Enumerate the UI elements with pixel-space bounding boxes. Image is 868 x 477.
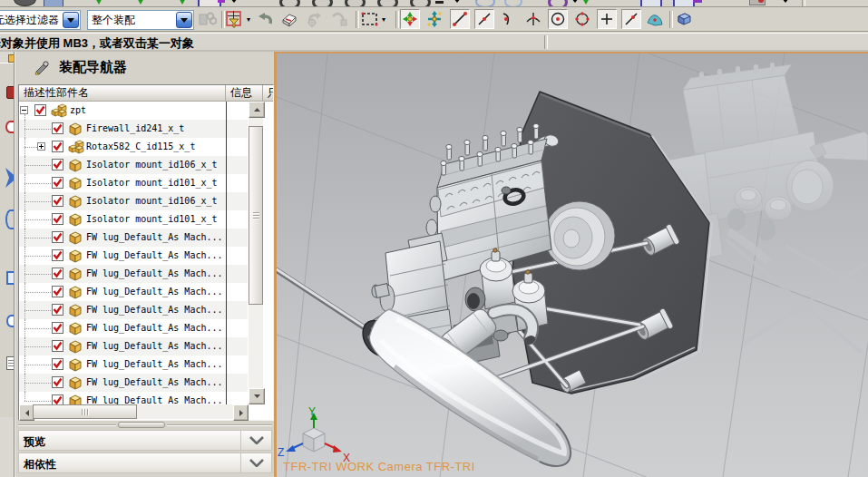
snap-handles-icon[interactable] [424, 9, 444, 29]
vscroll-thumb[interactable] [249, 126, 263, 305]
tree-row[interactable]: FW lug_Default_As Mach... [19, 265, 248, 283]
component-checkbox[interactable] [52, 231, 63, 243]
blue-arc-icon[interactable] [5, 209, 15, 229]
enable-snap-point-icon[interactable] [400, 9, 420, 29]
move-component-icon[interactable] [305, 9, 325, 29]
component-checkbox[interactable] [52, 177, 63, 189]
splitter-handle[interactable] [118, 422, 165, 428]
tree-row[interactable]: Isolator mount_id101_x_t [19, 210, 248, 229]
panel-splitter[interactable] [18, 420, 272, 430]
end-point-snap-icon[interactable] [450, 9, 470, 29]
horizontal-scrollbar[interactable] [19, 404, 249, 419]
component-name[interactable]: FW lug_Default_As Mach... [86, 341, 223, 351]
erase-icon[interactable] [279, 9, 299, 29]
component-name[interactable]: FW lug_Default_As Mach... [86, 268, 223, 278]
component-checkbox[interactable] [52, 394, 63, 404]
snap-point-filter-icon[interactable] [225, 9, 245, 29]
component-checkbox[interactable] [52, 322, 63, 334]
solid-body-icon[interactable] [674, 9, 694, 29]
tree-row[interactable]: FW lug_Default_As Mach... [19, 247, 248, 265]
point-on-curve-constraint-icon[interactable] [621, 9, 641, 29]
component-name[interactable]: zpt [70, 105, 86, 115]
component-name[interactable]: FW lug_Default_As Mach... [86, 250, 223, 260]
component-name[interactable]: Rotax582_C_id115_x_t [86, 141, 195, 151]
tree-row[interactable]: FW lug_Default_As Mach... [19, 392, 248, 404]
tree-row[interactable]: FW lug_Default_As Mach... [19, 301, 248, 319]
tree-row[interactable]: Isolator mount_id101_x_t [19, 174, 248, 192]
tree-row[interactable]: Rotax582_C_id115_x_t [19, 138, 248, 156]
collapse-icon[interactable] [20, 106, 28, 114]
tree-row[interactable]: FW lug_Default_As Mach... [19, 229, 248, 247]
component-checkbox[interactable] [52, 141, 63, 152]
component-checkbox[interactable] [52, 195, 63, 207]
graphics-window[interactable]: Y Z X TFR-TRI WORK Camera TFR-TRI [274, 52, 868, 477]
component-name[interactable]: FW lug_Default_As Mach... [86, 395, 223, 404]
combo-dropdown-icon[interactable] [176, 12, 192, 28]
tree-row[interactable]: FW lug_Default_As Mach... [19, 374, 248, 392]
existing-point-snap-icon[interactable] [597, 9, 617, 29]
resource-bar[interactable] [0, 52, 15, 477]
dependencies-section-header[interactable]: 相依性 [18, 453, 272, 473]
tree-row[interactable]: FW lug_Default_As Mach... [19, 283, 248, 301]
combo-dropdown-icon[interactable] [63, 12, 79, 28]
expand-icon[interactable] [37, 142, 45, 151]
component-name[interactable]: FW lug_Default_As Mach... [86, 323, 223, 333]
undo-icon[interactable] [255, 9, 275, 29]
component-checkbox[interactable] [52, 249, 63, 261]
component-checkbox[interactable] [52, 213, 63, 225]
tree-row[interactable]: FW lug_Default_As Mach... [19, 319, 248, 337]
dependencies-collapse-button[interactable] [240, 453, 271, 472]
component-checkbox[interactable] [52, 376, 63, 388]
vertical-scrollbar[interactable] [249, 102, 263, 404]
component-name[interactable]: FW lug_Default_As Mach... [86, 359, 223, 369]
tree-row[interactable]: Isolator mount_id106_x_t [19, 192, 248, 210]
preview-section-header[interactable]: 预览 [18, 430, 272, 451]
preview-collapse-button[interactable] [240, 431, 271, 450]
tree-row[interactable]: zpt [19, 102, 248, 120]
mid-point-snap-icon[interactable] [474, 9, 494, 29]
history-icon[interactable] [6, 86, 15, 99]
component-name[interactable]: Isolator mount_id101_x_t [86, 178, 218, 188]
component-name[interactable]: Firewall_id241_x_t [86, 123, 184, 133]
hscroll-thumb[interactable] [33, 404, 137, 419]
component-name[interactable]: Isolator mount_id101_x_t [86, 214, 218, 224]
component-name[interactable]: FW lug_Default_As Mach... [86, 287, 223, 297]
point-on-curve-snap-icon[interactable] [499, 9, 519, 29]
component-checkbox[interactable] [52, 358, 63, 370]
tree-row[interactable]: Isolator mount_id106_x_t [19, 156, 248, 174]
component-checkbox[interactable] [34, 104, 46, 116]
component-checkbox[interactable] [52, 268, 63, 279]
component-name[interactable]: FW lug_Default_As Mach... [86, 305, 223, 315]
arc-center-snap-icon[interactable] [548, 9, 568, 29]
yellow-tab-icon[interactable] [8, 54, 15, 63]
blue-square-icon[interactable] [6, 271, 15, 285]
quadrant-point-snap-icon[interactable] [572, 9, 592, 29]
component-name[interactable]: FW lug_Default_As Mach... [86, 377, 223, 387]
dropdown-caret-icon[interactable]: ▾ [247, 16, 254, 24]
component-name[interactable]: Isolator mount_id106_x_t [86, 196, 218, 206]
selection-filter-combo[interactable]: 无选择过滤器 [0, 10, 81, 30]
component-name[interactable]: FW lug_Default_As Mach... [86, 232, 223, 242]
component-name[interactable]: Isolator mount_id106_x_t [86, 160, 218, 170]
dropdown-caret-icon[interactable]: ▾ [382, 16, 389, 24]
scroll-right-icon[interactable] [233, 404, 249, 421]
scroll-down-icon[interactable] [249, 388, 265, 404]
scroll-up-icon[interactable] [249, 102, 265, 118]
intersection-point-snap-icon[interactable] [523, 9, 543, 29]
selection-rectangle-icon[interactable] [360, 9, 380, 29]
blue-ring-icon[interactable] [6, 315, 15, 327]
tree-row[interactable]: FW lug_Default_As Mach... [19, 337, 248, 355]
component-checkbox[interactable] [52, 286, 63, 297]
column-header-info[interactable]: 信息 [226, 85, 263, 102]
3d-scene[interactable]: Y Z X [277, 54, 868, 477]
no-entry-icon[interactable] [5, 121, 15, 133]
drag-component-icon[interactable] [329, 9, 349, 29]
tree-row[interactable]: FW lug_Default_As Mach... [19, 355, 248, 374]
column-header-readonly[interactable]: 只读 [263, 85, 273, 102]
tree-row[interactable]: Firewall_id241_x_t [19, 120, 248, 138]
component-checkbox[interactable] [52, 159, 63, 170]
selection-scope-combo[interactable]: 整个装配 [87, 10, 194, 30]
column-header-name[interactable]: 描述性部件名 [19, 85, 226, 102]
propeller-blade-edge[interactable] [277, 269, 376, 336]
assembly-constraints-icon[interactable] [198, 9, 218, 29]
